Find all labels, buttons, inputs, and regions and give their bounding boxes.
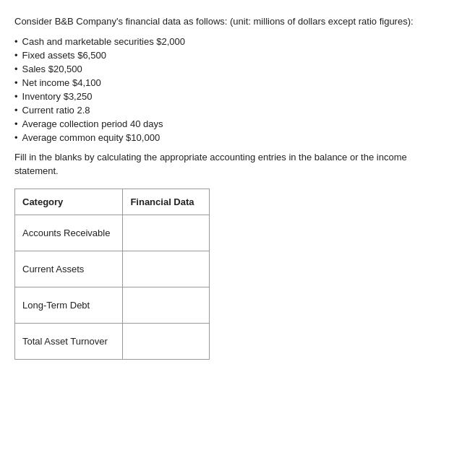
table-row: Current Assets [15,251,210,287]
category-total-asset-turnover: Total Asset Turnover [15,323,123,359]
table-row: Total Asset Turnover [15,323,210,359]
list-item: Fixed assets $6,500 [14,50,448,61]
financial-table: Category Financial Data Accounts Receiva… [14,189,210,360]
category-accounts-receivable: Accounts Receivable [15,215,123,251]
table-header-financial-data: Financial Data [123,189,210,215]
category-current-assets: Current Assets [15,251,123,287]
data-current-assets[interactable] [123,251,210,287]
list-item: Average collection period 40 days [14,118,448,129]
list-item: Inventory $3,250 [14,91,448,102]
category-long-term-debt: Long-Term Debt [15,287,123,323]
list-item: Cash and marketable securities $2,000 [14,36,448,47]
table-row: Long-Term Debt [15,287,210,323]
intro-text: Consider B&B Company's financial data as… [14,14,448,29]
list-item: Sales $20,500 [14,64,448,74]
list-item: Net income $4,100 [14,77,448,88]
data-accounts-receivable[interactable] [123,215,210,251]
table-header-category: Category [15,189,123,215]
fill-instruction: Fill in the blanks by calculating the ap… [14,150,448,178]
bullet-list: Cash and marketable securities $2,000 Fi… [14,36,448,143]
data-long-term-debt[interactable] [123,287,210,323]
list-item: Average common equity $10,000 [14,132,448,143]
data-total-asset-turnover[interactable] [123,323,210,359]
list-item: Current ratio 2.8 [14,105,448,116]
table-row: Accounts Receivable [15,215,210,251]
